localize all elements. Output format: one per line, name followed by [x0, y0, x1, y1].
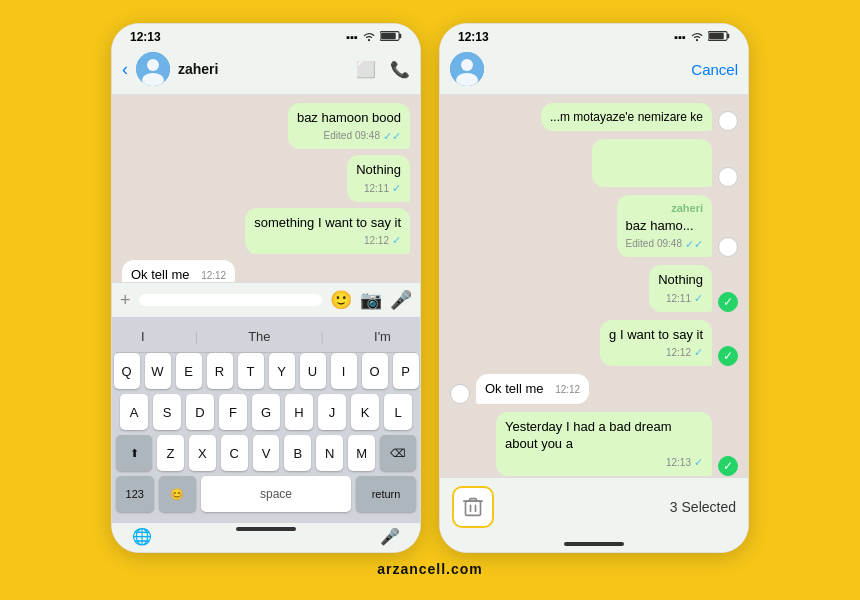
key-e[interactable]: E	[176, 353, 202, 389]
key-t[interactable]: T	[238, 353, 264, 389]
trash-button[interactable]	[452, 486, 494, 528]
key-w[interactable]: W	[145, 353, 171, 389]
right-msg-text-7: Yesterday I had a bad dream about you a	[505, 418, 703, 453]
keyboard-row-4: 123 😊 space return	[116, 476, 416, 512]
key-s[interactable]: S	[153, 394, 181, 430]
keyboard-row-2: A S D F G H J K L	[116, 394, 416, 430]
radio-6[interactable]	[450, 384, 470, 404]
phone-call-icon[interactable]: 📞	[390, 60, 410, 79]
camera-input-icon[interactable]: 📷	[360, 289, 382, 311]
radio-5[interactable]	[718, 346, 738, 366]
msg-row-2: Nothing 12:11 ✓	[122, 155, 410, 201]
cancel-button[interactable]: Cancel	[691, 61, 738, 78]
key-space[interactable]: space	[201, 476, 351, 512]
key-p[interactable]: P	[393, 353, 419, 389]
key-f[interactable]: F	[219, 394, 247, 430]
back-button[interactable]: ‹	[122, 59, 128, 80]
left-time: 12:13	[130, 30, 161, 44]
left-chat-header: ‹ zaheri ⬜ 📞	[112, 48, 420, 95]
bubble-3[interactable]: something I want to say it 12:12 ✓	[245, 208, 410, 254]
key-shift[interactable]: ⬆	[116, 435, 152, 471]
bubble-meta-3: 12:12 ✓	[254, 233, 401, 248]
wifi-icon	[362, 30, 376, 44]
right-battery-icon	[708, 30, 730, 44]
radio-1[interactable]	[718, 111, 738, 131]
right-bubble-6[interactable]: Ok tell me 12:12	[476, 374, 589, 404]
key-backspace[interactable]: ⌫	[380, 435, 416, 471]
plus-icon[interactable]: +	[120, 290, 131, 311]
key-n[interactable]: N	[316, 435, 343, 471]
keyboard: I | The | I'm Q W E R T Y U I O P	[112, 317, 420, 523]
right-bubble-3[interactable]: zaheri baz hamo... Edited 09:48 ✓✓	[617, 195, 712, 257]
key-j[interactable]: J	[318, 394, 346, 430]
key-g[interactable]: G	[252, 394, 280, 430]
left-header-actions[interactable]: ⬜ 📞	[356, 60, 410, 79]
right-msg-row-2	[450, 139, 738, 187]
radio-3[interactable]	[718, 237, 738, 257]
right-bubble-4[interactable]: Nothing 12:11 ✓	[649, 265, 712, 311]
key-return[interactable]: return	[356, 476, 416, 512]
bubble-2[interactable]: Nothing 12:11 ✓	[347, 155, 410, 201]
key-r[interactable]: R	[207, 353, 233, 389]
key-b[interactable]: B	[284, 435, 311, 471]
suggestion-3[interactable]: I'm	[364, 327, 401, 346]
bubble-4[interactable]: Ok tell me 12:12	[122, 260, 235, 282]
globe-icon[interactable]: 🌐	[132, 527, 152, 546]
key-c[interactable]: C	[221, 435, 248, 471]
key-h[interactable]: H	[285, 394, 313, 430]
battery-icon	[380, 30, 402, 44]
svg-rect-2	[381, 33, 396, 40]
svg-rect-12	[466, 501, 481, 515]
radio-2[interactable]	[718, 167, 738, 187]
right-home-indicator	[564, 542, 624, 546]
key-emoji[interactable]: 😊	[159, 476, 197, 512]
right-phone: 12:13 ▪▪▪ Cancel	[439, 23, 749, 553]
left-chat-area: baz hamoon bood Edited 09:48 ✓✓ Nothing …	[112, 95, 420, 282]
right-selection-bottom: 3 Selected	[440, 477, 748, 536]
key-o[interactable]: O	[362, 353, 388, 389]
key-y[interactable]: Y	[269, 353, 295, 389]
key-l[interactable]: L	[384, 394, 412, 430]
right-wifi-icon	[690, 30, 704, 44]
mic-bottom-icon[interactable]: 🎤	[380, 527, 400, 546]
key-q[interactable]: Q	[114, 353, 140, 389]
mic-input-icon[interactable]: 🎤	[390, 289, 412, 311]
key-m[interactable]: M	[348, 435, 375, 471]
key-a[interactable]: A	[120, 394, 148, 430]
home-indicator	[236, 527, 296, 531]
bubble-meta-1: Edited 09:48 ✓✓	[297, 129, 401, 144]
right-msg-text-5: g I want to say it	[609, 326, 703, 344]
right-bubble-1[interactable]: ...m motayaze'e nemizare ke	[541, 103, 712, 131]
message-input[interactable]	[139, 294, 322, 306]
right-selection-header: Cancel	[440, 48, 748, 95]
key-x[interactable]: X	[189, 435, 216, 471]
right-signal-icon: ▪▪▪	[674, 31, 686, 43]
suggestion-2[interactable]: The	[238, 327, 280, 346]
radio-7[interactable]	[718, 456, 738, 476]
right-msg-text-6: Ok tell me	[485, 381, 544, 396]
key-k[interactable]: K	[351, 394, 379, 430]
page-wrapper: 12:13 ▪▪▪ ‹ zaheri	[0, 0, 860, 600]
left-status-bar: 12:13 ▪▪▪	[112, 24, 420, 48]
msg-text-4: Ok tell me	[131, 267, 190, 282]
right-time: 12:13	[458, 30, 489, 44]
bubble-1[interactable]: baz hamoon bood Edited 09:48 ✓✓	[288, 103, 410, 149]
radio-4[interactable]	[718, 292, 738, 312]
right-bubble-2[interactable]	[592, 139, 712, 187]
suggestion-1[interactable]: I	[131, 327, 155, 346]
right-msg-row-6: Ok tell me 12:12	[450, 374, 738, 404]
msg-text-3: something I want to say it	[254, 214, 401, 232]
key-v[interactable]: V	[253, 435, 280, 471]
keyboard-row-1: Q W E R T Y U I O P	[116, 353, 416, 389]
key-d[interactable]: D	[186, 394, 214, 430]
key-i[interactable]: I	[331, 353, 357, 389]
right-msg-text-1: ...m motayaze'e nemizare ke	[550, 109, 703, 125]
right-bubble-7[interactable]: Yesterday I had a bad dream about you a …	[496, 412, 712, 476]
key-123[interactable]: 123	[116, 476, 154, 512]
sticker-icon[interactable]: 🙂	[330, 289, 352, 311]
key-z[interactable]: Z	[157, 435, 184, 471]
key-u[interactable]: U	[300, 353, 326, 389]
video-call-icon[interactable]: ⬜	[356, 60, 376, 79]
right-bubble-5[interactable]: g I want to say it 12:12 ✓	[600, 320, 712, 366]
footer-text: arzancell.com	[377, 561, 483, 577]
